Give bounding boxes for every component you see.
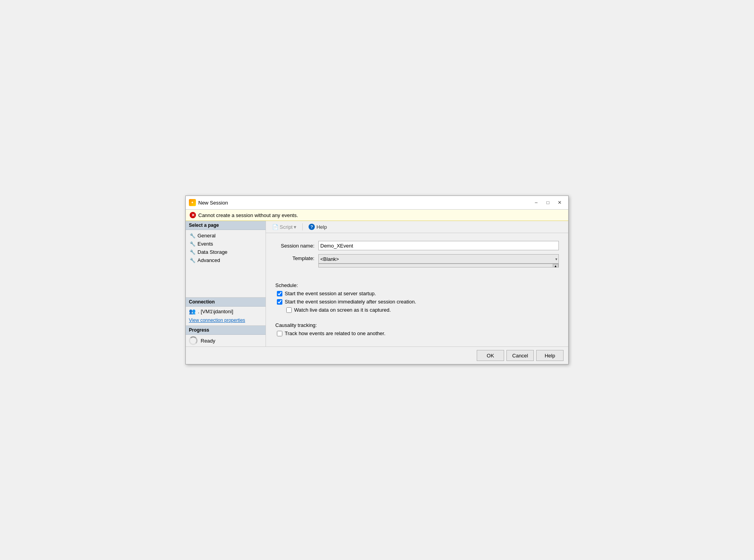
main-window: ✦ New Session – □ ✕ ✕ Cannot create a se… — [185, 196, 569, 364]
template-description-content — [319, 264, 558, 267]
script-dropdown-arrow: ▾ — [294, 224, 296, 230]
template-label: Template: — [275, 254, 318, 261]
schedule-checkbox3-label: Watch live data on screen as it is captu… — [294, 307, 391, 313]
script-icon: 📄 — [272, 224, 278, 230]
session-name-input[interactable] — [318, 241, 559, 250]
schedule-section: Schedule: Start the event session at ser… — [275, 282, 559, 313]
bottom-bar: OK Cancel Help — [186, 346, 568, 364]
causality-checkbox[interactable] — [277, 331, 282, 336]
session-name-label: Session name: — [275, 243, 318, 249]
schedule-checkbox2-row: Start the event session immediately afte… — [275, 299, 559, 305]
sidebar-connection: Connection 👥 . [VM1\jdantoni] View conne… — [186, 297, 266, 325]
scroll-up-button[interactable]: ▲ — [553, 264, 558, 267]
sidebar-progress: Progress Ready — [186, 325, 266, 346]
select-page-header: Select a page — [186, 221, 266, 230]
wrench-icon-events: 🔧 — [190, 241, 196, 247]
title-bar: ✦ New Session – □ ✕ — [186, 196, 568, 210]
template-select-wrapper: <Blank> ▾ — [318, 254, 559, 264]
connection-server: . [VM1\jdantoni] — [198, 309, 233, 314]
template-select[interactable]: <Blank> — [318, 254, 559, 264]
causality-checkbox-label: Track how events are related to one anot… — [285, 330, 386, 336]
schedule-checkbox1[interactable] — [277, 291, 282, 296]
error-bar: ✕ Cannot create a session without any ev… — [186, 210, 568, 221]
wrench-icon: 🔧 — [190, 233, 196, 239]
wrench-icon-data-storage: 🔧 — [190, 249, 196, 255]
help-label: Help — [316, 224, 327, 230]
schedule-checkbox1-row: Start the event session at server startu… — [275, 291, 559, 296]
form-area: Session name: Template: <Blank> ▾ — [266, 233, 568, 346]
progress-status: Ready — [201, 338, 215, 344]
main-panel: 📄 Script ▾ ? Help Session name: — [266, 221, 568, 346]
cancel-button[interactable]: Cancel — [506, 350, 534, 361]
sidebar-spacer — [186, 266, 266, 297]
progress-header: Progress — [186, 326, 266, 335]
error-message: Cannot create a session without any even… — [198, 212, 298, 218]
template-scrollbar[interactable]: ▲ ▼ — [552, 264, 558, 267]
connection-item: 👥 . [VM1\jdantoni] — [186, 307, 266, 316]
minimize-button[interactable]: – — [531, 198, 542, 207]
app-icon: ✦ — [189, 199, 196, 206]
connection-header: Connection — [186, 298, 266, 307]
progress-spinner — [189, 336, 197, 345]
sidebar-item-data-storage[interactable]: 🔧 Data Storage — [186, 248, 266, 256]
causality-title: Causality tracking: — [275, 322, 559, 328]
content-area: Select a page 🔧 General 🔧 Events 🔧 Data … — [186, 221, 568, 346]
maximize-button[interactable]: □ — [542, 198, 553, 207]
ok-button[interactable]: OK — [477, 350, 504, 361]
close-button[interactable]: ✕ — [554, 198, 565, 207]
schedule-checkbox1-label: Start the event session at server startu… — [285, 291, 376, 296]
sidebar-label-events: Events — [197, 241, 213, 247]
help-icon: ? — [309, 224, 315, 230]
help-button[interactable]: ? Help — [306, 223, 329, 231]
sidebar-label-general: General — [197, 233, 215, 239]
title-bar-buttons: – □ ✕ — [531, 198, 565, 207]
template-row: Template: <Blank> ▾ ▲ — [275, 254, 559, 267]
view-connection-link[interactable]: View connection properties — [186, 316, 266, 325]
progress-item: Ready — [186, 335, 266, 346]
causality-section: Causality tracking: Track how events are… — [275, 322, 559, 336]
sidebar-label-data-storage: Data Storage — [197, 249, 228, 255]
error-icon: ✕ — [190, 212, 196, 218]
sidebar-items: 🔧 General 🔧 Events 🔧 Data Storage 🔧 Adva… — [186, 230, 266, 266]
sidebar-item-events[interactable]: 🔧 Events — [186, 240, 266, 248]
schedule-title: Schedule: — [275, 282, 559, 288]
sidebar: Select a page 🔧 General 🔧 Events 🔧 Data … — [186, 221, 266, 346]
toolbar-separator — [302, 223, 303, 230]
schedule-checkbox3-row: Watch live data on screen as it is captu… — [275, 307, 559, 313]
script-button[interactable]: 📄 Script ▾ — [270, 223, 299, 231]
sidebar-item-advanced[interactable]: 🔧 Advanced — [186, 256, 266, 264]
template-description-box: ▲ ▼ — [318, 264, 559, 267]
causality-checkbox-row: Track how events are related to one anot… — [275, 330, 559, 336]
script-label: Script — [280, 224, 293, 230]
schedule-checkbox3[interactable] — [286, 307, 292, 313]
toolbar: 📄 Script ▾ ? Help — [266, 221, 568, 233]
schedule-checkbox2-label: Start the event session immediately afte… — [285, 299, 416, 305]
sidebar-label-advanced: Advanced — [197, 257, 220, 263]
schedule-checkbox2[interactable] — [277, 299, 282, 305]
window-title: New Session — [198, 200, 528, 206]
connection-icon: 👥 — [189, 308, 196, 314]
section-gap-1 — [275, 271, 559, 282]
help-bottom-button[interactable]: Help — [536, 350, 564, 361]
session-name-row: Session name: — [275, 241, 559, 250]
wrench-icon-advanced: 🔧 — [190, 258, 196, 263]
sidebar-item-general[interactable]: 🔧 General — [186, 232, 266, 240]
